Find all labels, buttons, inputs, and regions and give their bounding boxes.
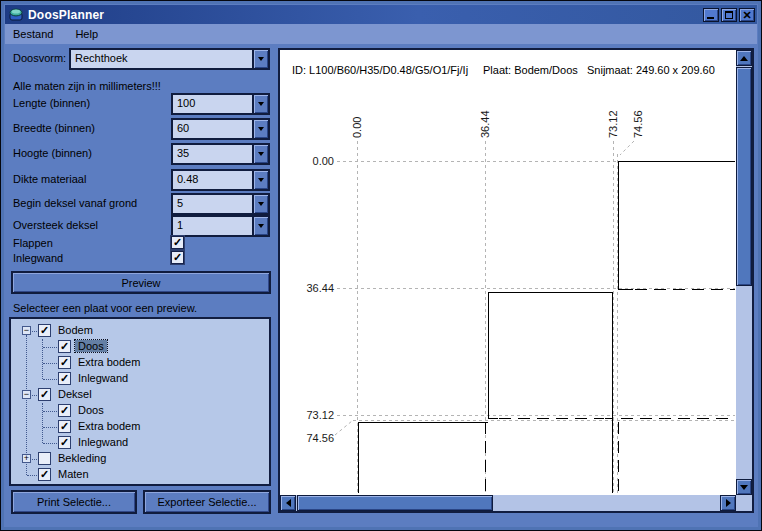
tree-connector-stub	[32, 395, 37, 396]
plate-tree: −BodemDoosExtra bodemInlegwand−DekselDoo…	[9, 317, 271, 486]
field-label: Oversteek deksel	[13, 219, 98, 231]
field-combo[interactable]: 0.48	[171, 169, 270, 191]
tree-item-label[interactable]: Doos	[75, 404, 107, 416]
tree-checkbox[interactable]	[58, 404, 71, 417]
preview-button[interactable]: Preview	[11, 271, 271, 294]
tree-item-label[interactable]: Maten	[55, 468, 92, 480]
field-dropdown-button[interactable]	[252, 217, 268, 235]
preview-panel: 0.00 36.44 73.12 74.56 0.00 36.44 73.12 …	[278, 48, 754, 513]
arrow-left-icon	[282, 499, 291, 507]
field-dropdown-button[interactable]	[252, 195, 268, 213]
field-combo[interactable]: 60	[171, 118, 270, 140]
checkbox[interactable]	[171, 251, 184, 264]
tree-checkbox[interactable]	[38, 452, 51, 465]
field-dropdown-button[interactable]	[252, 95, 268, 113]
chevron-down-icon	[258, 202, 264, 209]
axis-top-label: 74.56	[632, 110, 644, 138]
vertical-scroll-thumb[interactable]	[736, 67, 752, 286]
units-note: Alle maten zijn in millimeters!!!	[13, 80, 161, 92]
tree-row: Extra bodem	[11, 419, 269, 435]
axis-top-label: 36.44	[479, 110, 491, 138]
doosvorm-label: Doosvorm:	[13, 52, 66, 64]
collapse-icon[interactable]: −	[22, 326, 31, 335]
field-value: 5	[173, 195, 252, 213]
checkbox[interactable]	[171, 236, 184, 249]
tree-row: Doos	[11, 403, 269, 419]
export-selection-button[interactable]: Exporteer Selectie...	[143, 490, 271, 514]
tree-item-label[interactable]: Inlegwand	[75, 372, 131, 384]
scroll-right-button[interactable]	[720, 495, 736, 511]
app-window: DoosPlanner ✕ Bestand Help Doosvorm: Rec…	[0, 0, 762, 531]
field-dropdown-button[interactable]	[252, 171, 268, 189]
tree-item-label[interactable]: Doos	[75, 340, 107, 352]
axis-left-label: 0.00	[313, 155, 334, 167]
field-combo[interactable]: 5	[171, 193, 270, 215]
tree-row: Extra bodem	[11, 355, 269, 371]
tree-checkbox[interactable]	[58, 420, 71, 433]
app-icon	[8, 7, 24, 22]
close-button[interactable]: ✕	[739, 8, 755, 22]
field-value: 100	[173, 95, 252, 113]
tree-checkbox[interactable]	[38, 388, 51, 401]
tree-item-label[interactable]: Inlegwand	[75, 436, 131, 448]
chevron-down-icon	[258, 102, 264, 109]
tree-connector-stub	[43, 427, 57, 428]
print-selection-button[interactable]: Print Selectie...	[11, 490, 137, 514]
titlebar[interactable]: DoosPlanner ✕	[5, 5, 757, 24]
tree-checkbox[interactable]	[58, 340, 71, 353]
field-value: 35	[173, 145, 252, 163]
chevron-down-icon	[258, 178, 264, 185]
tree-checkbox[interactable]	[58, 356, 71, 369]
menu-help[interactable]: Help	[75, 28, 98, 40]
tree-item-label[interactable]: Deksel	[55, 388, 95, 400]
collapse-icon[interactable]: −	[22, 390, 31, 399]
chevron-down-icon	[258, 57, 264, 64]
field-value: 0.48	[173, 171, 252, 189]
scroll-left-button[interactable]	[280, 495, 296, 511]
menubar: Bestand Help	[5, 24, 757, 44]
field-combo[interactable]: 1	[171, 215, 270, 237]
tree-checkbox[interactable]	[58, 372, 71, 385]
doosvorm-dropdown-button[interactable]	[252, 50, 268, 68]
preview-snijmaat-text: Snijmaat: 249.60 x 209.60	[587, 64, 715, 76]
axis-left-label: 74.56	[306, 432, 334, 444]
tree-checkbox[interactable]	[38, 324, 51, 337]
tree-row: Inlegwand	[11, 435, 269, 451]
axis-top-label: 0.00	[351, 117, 363, 138]
arrow-up-icon	[740, 52, 748, 61]
client-area: Doosvorm: Rechthoek Alle maten zijn in m…	[5, 44, 757, 524]
field-label: Dikte materiaal	[13, 173, 86, 185]
minimize-button[interactable]	[703, 8, 719, 22]
chevron-down-icon	[258, 127, 264, 134]
field-combo[interactable]: 35	[171, 143, 270, 165]
menu-bestand[interactable]: Bestand	[13, 28, 53, 40]
tree-item-label[interactable]: Bodem	[55, 324, 96, 336]
vertical-scrollbar[interactable]	[736, 50, 752, 495]
scroll-up-button[interactable]	[736, 50, 752, 66]
doosvorm-value: Rechthoek	[71, 50, 252, 68]
scroll-down-button[interactable]	[736, 479, 752, 495]
field-label: Breedte (binnen)	[13, 122, 95, 134]
doosvorm-select[interactable]: Rechthoek	[69, 48, 270, 70]
field-label: Begin deksel vanaf grond	[13, 197, 137, 209]
close-icon: ✕	[740, 8, 754, 22]
tree-item-label[interactable]: Extra bodem	[75, 420, 143, 432]
tree-checkbox[interactable]	[58, 436, 71, 449]
tree-item-label[interactable]: Bekleding	[55, 452, 109, 464]
horizontal-scroll-thumb[interactable]	[297, 495, 493, 511]
horizontal-scrollbar[interactable]	[280, 495, 736, 511]
tree-row: Inlegwand	[11, 371, 269, 387]
checkbox-label: Inlegwand	[13, 252, 63, 264]
minimize-icon	[707, 17, 714, 19]
field-value: 60	[173, 120, 252, 138]
field-combo[interactable]: 100	[171, 93, 270, 115]
tree-row: Maten	[11, 467, 269, 483]
field-dropdown-button[interactable]	[252, 120, 268, 138]
tree-item-label[interactable]: Extra bodem	[75, 356, 143, 368]
tree-caption: Selecteer een plaat voor een preview.	[13, 302, 197, 314]
field-dropdown-button[interactable]	[252, 145, 268, 163]
field-value: 1	[173, 217, 252, 235]
tree-checkbox[interactable]	[38, 468, 51, 481]
maximize-button[interactable]	[721, 8, 737, 22]
expand-icon[interactable]: +	[22, 454, 31, 463]
